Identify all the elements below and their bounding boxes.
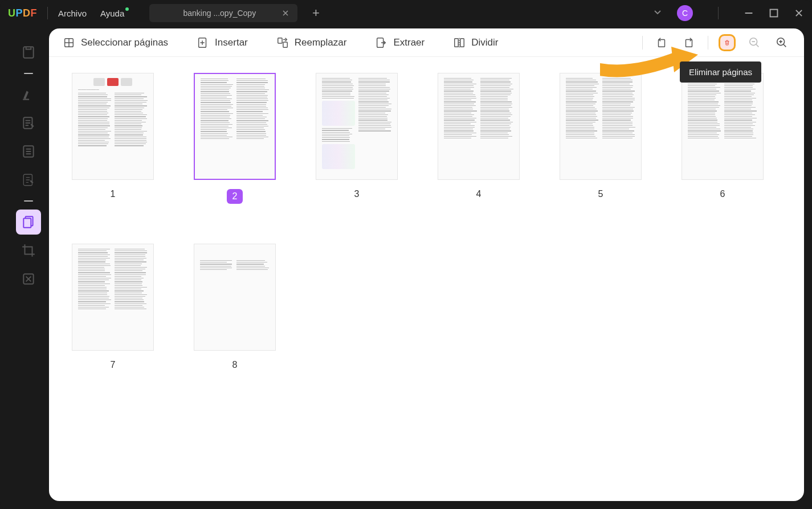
split-label: Dividir bbox=[471, 37, 498, 48]
page-thumbnail-7[interactable]: 7 bbox=[72, 244, 154, 370]
svg-rect-10 bbox=[278, 38, 282, 43]
divider bbox=[24, 73, 33, 74]
separator bbox=[47, 7, 48, 19]
thumbnail-image[interactable] bbox=[560, 73, 642, 180]
sidebar-edit-icon[interactable] bbox=[16, 110, 41, 136]
thumbnail-image[interactable]: ───────────── bbox=[72, 73, 154, 180]
thumbnail-area: ─────────────12345678 bbox=[49, 57, 804, 501]
thumbnail-image[interactable] bbox=[72, 244, 154, 351]
svg-rect-11 bbox=[283, 42, 287, 47]
page-thumbnail-1[interactable]: ─────────────1 bbox=[72, 73, 154, 204]
select-pages-label: Seleccionar páginas bbox=[81, 37, 168, 48]
extract-button[interactable]: Extraer bbox=[375, 36, 425, 49]
close-button[interactable] bbox=[794, 8, 804, 18]
sidebar-form-icon[interactable] bbox=[16, 139, 41, 164]
divider bbox=[24, 200, 33, 202]
page-thumbnail-6[interactable]: 6 bbox=[682, 73, 764, 204]
svg-rect-0 bbox=[770, 10, 778, 17]
page-number: 1 bbox=[111, 189, 116, 199]
page-number: 4 bbox=[476, 189, 482, 199]
svg-rect-13 bbox=[455, 38, 458, 47]
page-number: 3 bbox=[354, 189, 360, 199]
page-number: 2 bbox=[227, 189, 243, 204]
svg-rect-14 bbox=[460, 38, 464, 47]
zoom-in-button[interactable] bbox=[773, 34, 790, 51]
page-thumbnail-4[interactable]: 4 bbox=[438, 73, 520, 204]
svg-rect-6 bbox=[23, 219, 31, 228]
zoom-out-button[interactable] bbox=[746, 34, 763, 51]
svg-rect-1 bbox=[23, 47, 33, 58]
title-bar: UPDF Archivo Ayuda banking ...opy_Copy +… bbox=[0, 0, 812, 26]
sidebar-highlight-icon[interactable] bbox=[16, 82, 41, 107]
sidebar-fill-icon[interactable] bbox=[16, 167, 41, 192]
page-number: 8 bbox=[232, 360, 238, 370]
page-thumbnail-2[interactable]: 2 bbox=[194, 73, 276, 204]
page-thumbnail-8[interactable]: 8 bbox=[194, 244, 276, 370]
page-number: 7 bbox=[111, 360, 116, 370]
main-panel: Seleccionar páginas Insertar Reemplazar … bbox=[49, 28, 804, 501]
thumbnail-image[interactable] bbox=[194, 244, 276, 351]
delete-tooltip: Eliminar páginas bbox=[680, 61, 761, 83]
thumbnail-image[interactable] bbox=[682, 73, 764, 180]
extract-label: Extraer bbox=[393, 37, 425, 48]
sidebar-pages-icon[interactable] bbox=[16, 210, 41, 235]
user-avatar[interactable]: C bbox=[677, 5, 693, 21]
insert-button[interactable]: Insertar bbox=[197, 36, 248, 49]
menu-help[interactable]: Ayuda bbox=[100, 9, 124, 18]
tab-title: banking ...opy_Copy bbox=[157, 9, 281, 18]
select-pages-button[interactable]: Seleccionar páginas bbox=[63, 36, 168, 49]
separator bbox=[718, 7, 719, 19]
replace-button[interactable]: Reemplazar bbox=[276, 36, 347, 49]
document-tab[interactable]: banking ...opy_Copy bbox=[149, 4, 297, 22]
app-logo: UPDF bbox=[8, 7, 37, 19]
minimize-button[interactable] bbox=[744, 8, 754, 18]
page-thumbnail-3[interactable]: 3 bbox=[316, 73, 398, 204]
replace-label: Reemplazar bbox=[295, 37, 347, 48]
chevron-down-icon[interactable] bbox=[653, 7, 662, 19]
page-number: 5 bbox=[598, 189, 603, 199]
sidebar-reader-icon[interactable] bbox=[16, 40, 41, 65]
maximize-button[interactable] bbox=[769, 8, 779, 18]
sidebar-crop-icon[interactable] bbox=[16, 238, 41, 263]
menu-file[interactable]: Archivo bbox=[58, 9, 87, 18]
delete-pages-button[interactable] bbox=[719, 34, 736, 51]
page-number: 6 bbox=[720, 189, 725, 199]
left-sidebar bbox=[8, 28, 49, 501]
thumbnail-image[interactable] bbox=[194, 73, 276, 180]
close-tab-icon[interactable] bbox=[281, 9, 289, 17]
thumbnail-image[interactable] bbox=[316, 73, 398, 180]
thumbnail-image[interactable] bbox=[438, 73, 520, 180]
separator bbox=[708, 36, 708, 50]
insert-label: Insertar bbox=[215, 37, 248, 48]
split-button[interactable]: Dividir bbox=[453, 36, 498, 49]
add-tab-button[interactable]: + bbox=[307, 4, 325, 22]
page-toolbar: Seleccionar páginas Insertar Reemplazar … bbox=[49, 28, 804, 57]
page-thumbnail-5[interactable]: 5 bbox=[560, 73, 642, 204]
sidebar-watermark-icon[interactable] bbox=[16, 266, 41, 292]
